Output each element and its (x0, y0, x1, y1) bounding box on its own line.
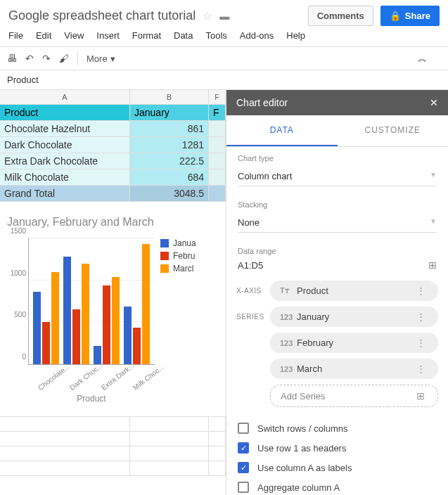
cell[interactable]: January (130, 105, 209, 120)
col-header-c[interactable]: F (209, 90, 226, 104)
cell[interactable]: 861 (130, 121, 209, 136)
legend-item: Marcl (160, 264, 196, 274)
cell[interactable]: Extra Dark Chocolate (0, 153, 130, 169)
grid-icon[interactable]: ⊞ (428, 259, 437, 271)
cell[interactable]: Chocolate Hazelnut (0, 121, 130, 136)
legend-item: Febru (160, 251, 196, 261)
cell[interactable]: 222.5 (130, 153, 209, 169)
chart-title: January, February and March (7, 216, 219, 229)
add-series-label: Add Series (281, 391, 326, 401)
cell[interactable]: F (209, 105, 226, 120)
chart-editor: Chart editor ✕ DATA CUSTOMIZE Chart type… (226, 90, 448, 495)
checkbox[interactable] (238, 423, 249, 434)
undo-icon[interactable]: ↶ (25, 53, 34, 64)
check-row[interactable]: ✓Use row 1 as headers (238, 442, 437, 454)
table-row: Milk Chocolate 684 (0, 169, 226, 186)
star-icon[interactable]: ☆ (203, 9, 212, 22)
doc-title[interactable]: Google spreadsheet chart tutorial (8, 8, 196, 23)
series-pill[interactable]: 123 February ⋮ (270, 333, 438, 353)
checkbox[interactable] (238, 482, 249, 493)
menu-format[interactable]: Format (132, 30, 161, 41)
check-label: Aggregate column A (257, 482, 340, 493)
table-total-row: Grand Total 3048.5 (0, 186, 226, 202)
more-button[interactable]: More ▾ (87, 53, 115, 64)
chart-type-select[interactable]: Column chart ▼ (238, 167, 437, 186)
stacking-label: Stacking (238, 200, 437, 209)
col-header-b[interactable]: B (130, 90, 209, 104)
cell[interactable]: Product (0, 105, 130, 120)
x-labels: Chocolate...Dark Choc...Extra Dark...Mil… (28, 369, 155, 377)
share-button[interactable]: 🔒 Share (380, 6, 440, 26)
more-icon[interactable]: ⋮ (416, 364, 428, 374)
tab-data[interactable]: DATA (226, 115, 338, 146)
bar (33, 292, 41, 364)
menu-insert[interactable]: Insert (96, 30, 120, 41)
cell[interactable] (209, 137, 226, 153)
check-row[interactable]: ✓Use column A as labels (238, 462, 437, 473)
cell[interactable] (209, 169, 226, 185)
cell[interactable]: Milk Chocolate (0, 169, 130, 185)
cell[interactable] (209, 121, 226, 136)
menu-view[interactable]: View (64, 30, 84, 41)
checkbox[interactable]: ✓ (238, 442, 249, 454)
number-type-icon: 123 (280, 339, 291, 347)
menu-data[interactable]: Data (174, 30, 193, 41)
more-icon[interactable]: ⋮ (416, 285, 428, 296)
add-series-button[interactable]: Add Series ⊞ (270, 385, 438, 407)
legend-label: Febru (173, 251, 195, 261)
paint-format-icon[interactable]: 🖌 (59, 53, 69, 64)
close-icon[interactable]: ✕ (430, 97, 438, 108)
collapse-icon[interactable]: ︽ (418, 52, 441, 65)
range-label: Data range (238, 247, 437, 255)
more-icon[interactable]: ⋮ (416, 311, 428, 322)
series-value: January (297, 311, 329, 322)
cell[interactable]: 1281 (130, 137, 209, 153)
check-row[interactable]: Switch rows / columns (238, 423, 437, 434)
menu-tools[interactable]: Tools (205, 30, 226, 41)
comments-button[interactable]: Comments (308, 6, 373, 26)
grid-icon: ⊞ (416, 390, 428, 401)
chevron-down-icon: ▼ (430, 217, 437, 228)
menu-help[interactable]: Help (286, 30, 305, 41)
cell[interactable]: Grand Total (0, 186, 130, 201)
bar-group (94, 238, 120, 364)
xaxis-value: Product (297, 285, 328, 296)
lock-icon: 🔒 (390, 11, 401, 21)
cell[interactable] (209, 186, 226, 201)
cell[interactable] (209, 153, 226, 169)
text-type-icon: Tᴛ (280, 286, 291, 295)
check-row[interactable]: Aggregate column A (238, 482, 437, 493)
bar (112, 277, 120, 364)
legend-label: Janua (173, 238, 196, 248)
cell[interactable]: Dark Chocolate (0, 137, 130, 153)
chart[interactable]: January, February and March 050010001500… (0, 202, 226, 411)
x-label: Dark Choc... (68, 369, 94, 392)
checkbox[interactable]: ✓ (238, 462, 249, 473)
series-pill[interactable]: 123 January ⋮ (270, 307, 438, 327)
col-header-a[interactable]: A (0, 90, 130, 104)
range-value[interactable]: A1:D5 (238, 260, 263, 271)
menu-file[interactable]: File (8, 30, 23, 41)
series-pill[interactable]: 123 March ⋮ (270, 359, 438, 379)
number-type-icon: 123 (280, 313, 291, 321)
share-label: Share (405, 11, 430, 21)
stacking-value: None (238, 217, 260, 228)
check-label: Use row 1 as headers (257, 443, 346, 454)
stacking-select[interactable]: None ▼ (238, 213, 437, 233)
print-icon[interactable]: 🖶 (7, 53, 17, 64)
menu-addons[interactable]: Add-ons (240, 30, 274, 41)
redo-icon[interactable]: ↷ (42, 53, 51, 64)
folder-icon[interactable]: ▬ (219, 11, 229, 22)
xaxis-pill[interactable]: Tᴛ Product ⋮ (270, 281, 438, 301)
legend-swatch (160, 252, 169, 260)
formula-bar[interactable]: Product (0, 70, 448, 90)
cell[interactable]: 684 (130, 169, 209, 185)
more-icon[interactable]: ⋮ (416, 338, 428, 348)
menu-edit[interactable]: Edit (36, 30, 51, 41)
empty-rows (0, 416, 226, 476)
tab-customize[interactable]: CUSTOMIZE (338, 115, 449, 146)
series-value: February (297, 338, 333, 348)
cell[interactable]: 3048.5 (130, 186, 209, 201)
bar-group (124, 238, 151, 364)
check-label: Use column A as labels (257, 463, 352, 473)
